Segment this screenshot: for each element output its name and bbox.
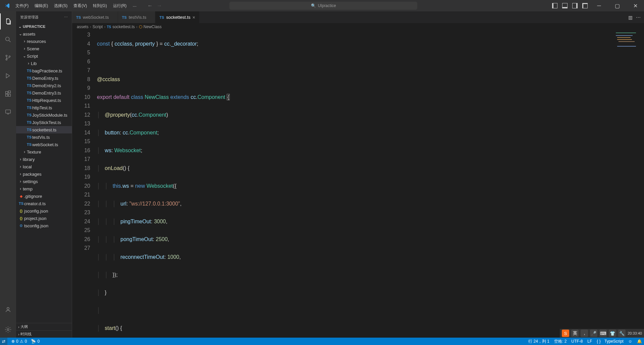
ime-punct-icon[interactable]: ， [581, 330, 588, 337]
folder-local[interactable]: ›local [16, 163, 72, 170]
ts-icon: TS [122, 15, 127, 19]
project-header[interactable]: ⌄ UIPRACTICE [16, 23, 72, 30]
minimap[interactable] [614, 31, 644, 77]
bc-assets[interactable]: assets [77, 24, 89, 29]
file-testvists[interactable]: TStestVis.ts [16, 133, 72, 141]
menu-edit[interactable]: 编辑(E) [32, 2, 51, 10]
bc-symbol[interactable]: NewClass [144, 24, 162, 29]
folder-packages[interactable]: ›packages [16, 170, 72, 178]
more-actions-icon[interactable]: ⋯ [636, 15, 641, 20]
file-httprequestts[interactable]: TSHttpRequest.ts [16, 97, 72, 104]
file-creatordts[interactable]: TScreator.d.ts [16, 200, 72, 207]
tab-websocketts[interactable]: TSwebSocket.ts× [72, 11, 118, 23]
file-tsconfigjson[interactable]: ⚙tsconfig.json [16, 222, 72, 229]
window-minimize[interactable]: ─ [592, 1, 606, 11]
editor-body[interactable]: 345 678 91011 121314 151617 181920 21222… [72, 31, 644, 338]
ime-toolbox-icon[interactable]: 🔧 [618, 330, 626, 337]
menu-view[interactable]: 查看(V) [71, 2, 90, 10]
ime-keyboard-icon[interactable]: ⌨ [599, 330, 607, 337]
status-encoding[interactable]: UTF-8 [571, 339, 583, 344]
ts-icon: TS [26, 76, 32, 80]
file-bagpracticets[interactable]: TSbagPractiece.ts [16, 67, 72, 74]
folder-library[interactable]: ›library [16, 156, 72, 163]
folder-settings[interactable]: ›settings [16, 178, 72, 185]
menu-goto[interactable]: 转到(G) [90, 2, 109, 10]
bc-script[interactable]: Script [93, 24, 103, 29]
activity-run-debug[interactable] [0, 68, 16, 84]
nav-fwd-icon[interactable]: → [157, 3, 162, 9]
bc-file[interactable]: sockettest.ts [112, 24, 135, 29]
chevron-right-icon: › [22, 39, 27, 44]
file-gitignore[interactable]: ◆.gitignore [16, 192, 72, 200]
command-center-search[interactable]: 🔍 UIpractice [229, 2, 417, 10]
layout-toggle-2-icon[interactable] [562, 3, 568, 8]
status-notifications[interactable]: 🔔 [637, 339, 642, 344]
menu-more[interactable]: … [130, 2, 139, 10]
ts-icon: TS [18, 202, 24, 206]
bell-icon: 🔔 [637, 339, 642, 344]
status-spaces[interactable]: 空格: 2 [554, 339, 567, 344]
file-joystickmodulets[interactable]: TSJoyStickModule.ts [16, 111, 72, 119]
status-ports[interactable]: 📡0 [31, 339, 40, 344]
activity-source-control[interactable] [0, 50, 16, 66]
svg-point-1 [6, 55, 7, 56]
nav-back-icon[interactable]: ← [147, 3, 153, 9]
activity-explorer[interactable] [0, 13, 16, 30]
window-close[interactable]: ✕ [629, 1, 642, 11]
file-demoentryts[interactable]: TSDemoEntry.ts [16, 74, 72, 82]
folder-temp[interactable]: ›temp [16, 185, 72, 192]
menu-file[interactable]: 文件(F) [13, 2, 31, 10]
split-editor-icon[interactable]: ▥ [628, 15, 633, 20]
window-maximize[interactable]: ▢ [610, 1, 624, 11]
file-websocketts[interactable]: TSwebSocket.ts [16, 141, 72, 148]
file-demoentry3ts[interactable]: TSDemoEntry3.ts [16, 89, 72, 97]
close-icon[interactable]: × [193, 15, 195, 20]
ime-voice-icon[interactable]: 🎤 [590, 330, 597, 337]
account-icon [4, 306, 12, 313]
status-remote[interactable]: ⇄ [0, 338, 7, 345]
outline-section[interactable]: › 大纲 [16, 323, 72, 330]
activity-account[interactable] [0, 301, 16, 318]
ime-skin-icon[interactable]: 👕 [609, 330, 616, 337]
file-jsconfigjson[interactable]: {}jsconfig.json [16, 207, 72, 215]
ime-language[interactable]: 英 [571, 330, 579, 337]
status-eol[interactable]: LF [587, 339, 592, 344]
status-language[interactable]: { } TypeScript [597, 339, 623, 344]
activity-remote[interactable] [0, 104, 16, 120]
sidebar-more-icon[interactable]: ⋯ [64, 15, 68, 19]
activity-extensions[interactable] [0, 86, 16, 102]
menu-select[interactable]: 选择(S) [51, 2, 70, 10]
tab-sockettestts[interactable]: TSsockettest.ts× [155, 11, 200, 23]
file-httptestts[interactable]: TShttpTest.ts [16, 104, 72, 111]
activity-settings[interactable] [0, 322, 16, 338]
folder-lib[interactable]: ›Lib [16, 60, 72, 67]
folder-texture[interactable]: ›Texture [16, 148, 72, 156]
file-sockettestts[interactable]: TSsockettest.ts [16, 126, 72, 133]
file-joysticktestts[interactable]: TSJoyStickTest.ts [16, 119, 72, 126]
status-cursor[interactable]: 行 24，列 1 [528, 339, 549, 344]
layout-toggle-3-icon[interactable] [572, 3, 578, 8]
class-icon: ⬡ [139, 24, 142, 29]
folder-scene[interactable]: ›Scene [16, 45, 72, 52]
chevron-right-icon: › [18, 172, 23, 176]
status-feedback[interactable]: ☺ [628, 339, 632, 344]
status-bar: ⇄ ⊗0 ⚠0 📡0 行 24，列 1 空格: 2 UTF-8 LF { } T… [0, 338, 644, 345]
ime-toolbar[interactable]: S 英 ， 🎤 ⌨ 👕 🔧 20:33:40 [560, 329, 644, 338]
file-projectjson[interactable]: {}project.json [16, 215, 72, 222]
folder-script[interactable]: ⌄Script [16, 52, 72, 60]
folder-assets[interactable]: ⌄assets [16, 30, 72, 38]
ime-logo-icon[interactable]: S [562, 330, 569, 337]
code-content[interactable]: const { ccclass, property } = cc._decora… [97, 31, 644, 338]
layout-customize-icon[interactable] [582, 3, 588, 8]
ts-icon: TS [76, 15, 81, 19]
file-demoentry2ts[interactable]: TSDemoEntry2.ts [16, 82, 72, 89]
layout-toggle-1-icon[interactable] [552, 3, 557, 8]
folder-resources[interactable]: ›resources [16, 38, 72, 45]
timeline-section[interactable]: › 时间线 [16, 330, 72, 338]
menu-run[interactable]: 运行(R) [110, 2, 129, 10]
tab-testvists[interactable]: TStestVis.ts× [118, 11, 156, 23]
chevron-down-icon: ⌄ [18, 32, 23, 36]
activity-search[interactable] [0, 32, 16, 48]
breadcrumbs[interactable]: assets› Script› TS sockettest.ts› ⬡ NewC… [72, 23, 644, 31]
status-problems[interactable]: ⊗0 ⚠0 [11, 339, 27, 344]
